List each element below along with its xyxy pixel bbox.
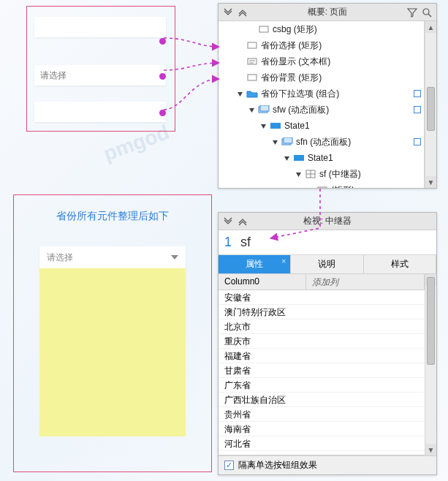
tree-label: 省份背景 (矩形) xyxy=(261,72,322,84)
tree-row[interactable]: sfw (动态面板) xyxy=(219,102,424,118)
scroll-down-icon[interactable]: ▼ xyxy=(425,444,436,455)
outline-tree[interactable]: csbg (矩形)省份选择 (矩形)省份显示 (文本框)省份背景 (矩形)省份下… xyxy=(219,21,425,188)
selection-indicator-icon[interactable] xyxy=(414,138,421,145)
tree-toggle-icon xyxy=(236,42,243,49)
tree-row[interactable]: sfn (动态面板) xyxy=(219,134,424,150)
tree-row[interactable]: 省份背景 (矩形) xyxy=(219,69,424,86)
state-icon xyxy=(270,121,281,131)
outline-header: 概要: 页面 xyxy=(219,4,436,21)
connector-dot xyxy=(160,74,165,79)
tab-style[interactable]: 样式 xyxy=(364,255,436,273)
repeater-row[interactable]: 福建省 xyxy=(219,349,425,363)
repeater-row[interactable]: 安徽省 xyxy=(219,290,425,305)
province-select[interactable]: 请选择 xyxy=(39,246,186,268)
scroll-up-icon[interactable]: ▲ xyxy=(425,21,436,33)
tree-label: sfw (动态面板) xyxy=(273,104,329,116)
tree-toggle-icon xyxy=(236,58,243,65)
rect-icon xyxy=(246,40,258,50)
repeater-row[interactable]: 北京市 xyxy=(219,319,425,334)
tree-toggle-icon[interactable] xyxy=(248,106,255,113)
selection-indicator-icon[interactable] xyxy=(414,90,421,97)
tab-label: 说明 xyxy=(318,258,335,270)
inspector-name-row: 1 sf xyxy=(219,230,436,255)
tree-row[interactable]: State1 xyxy=(219,118,424,134)
repeater-name[interactable]: sf xyxy=(240,235,251,250)
expand-icon[interactable] xyxy=(238,216,248,227)
tree-row[interactable]: (矩形) xyxy=(219,182,424,188)
tree-row[interactable]: 省份显示 (文本框) xyxy=(219,53,424,69)
tree-row[interactable]: csbg (矩形) xyxy=(219,21,424,37)
filter-icon[interactable] xyxy=(407,7,417,18)
tree-toggle-icon[interactable] xyxy=(236,90,243,97)
search-icon[interactable] xyxy=(422,7,432,18)
scroll-thumb[interactable] xyxy=(427,277,435,365)
column-header[interactable]: Column0 xyxy=(219,274,306,289)
tree-toggle-icon[interactable] xyxy=(259,122,267,129)
tree-toggle-icon[interactable] xyxy=(271,138,278,145)
scroll-down-icon[interactable]: ▼ xyxy=(425,176,436,188)
demo-select-rect[interactable] xyxy=(34,17,166,37)
tab-properties[interactable]: 属性 × xyxy=(219,255,291,273)
tree-row[interactable]: 省份选择 (矩形) xyxy=(219,37,424,53)
add-column[interactable]: 添加列 xyxy=(306,274,425,289)
svg-rect-12 xyxy=(284,137,292,143)
tree-toggle-icon xyxy=(248,26,255,33)
outline-scrollbar[interactable]: ▲ ▼ xyxy=(425,21,436,188)
svg-line-1 xyxy=(428,14,431,17)
connector-dot xyxy=(160,110,165,115)
outline-title: 概要: 页面 xyxy=(308,6,348,18)
svg-point-0 xyxy=(423,9,429,15)
svg-rect-3 xyxy=(248,42,257,48)
repeater-row[interactable]: 澳门特别行政区 xyxy=(219,305,425,319)
repeater-row[interactable]: 重庆市 xyxy=(219,334,425,349)
repeater-row[interactable]: 广东省 xyxy=(219,378,425,393)
close-icon[interactable]: × xyxy=(281,257,286,265)
repeater-grid-body[interactable]: 安徽省澳门特别行政区北京市重庆市福建省甘肃省广东省广西壮族自治区贵州省海南省河北… xyxy=(219,290,425,455)
dyn-icon xyxy=(281,137,293,147)
inspector-panel: 检视: 中继器 1 sf 属性 × 说明 样式 Column0 添加列 安徽省澳… xyxy=(218,212,437,475)
tab-label: 属性 xyxy=(246,258,263,270)
svg-rect-13 xyxy=(294,155,304,161)
text-icon xyxy=(246,56,258,67)
state-icon xyxy=(293,153,305,163)
tree-toggle-icon[interactable] xyxy=(295,170,302,178)
rep-icon xyxy=(305,169,316,179)
repeater-row[interactable]: 海南省 xyxy=(219,422,425,436)
dropdown-panel[interactable] xyxy=(39,268,186,436)
repeater-grid-header: Column0 添加列 xyxy=(219,274,425,290)
tab-notes[interactable]: 说明 xyxy=(291,255,363,273)
svg-rect-2 xyxy=(259,26,268,32)
tab-label: 样式 xyxy=(391,258,409,270)
tree-row[interactable]: sf (中继器) xyxy=(219,166,424,182)
repeater-row[interactable]: 甘肃省 xyxy=(219,363,425,378)
collapse-icon[interactable] xyxy=(223,7,233,18)
repeater-row[interactable]: 广西壮族自治区 xyxy=(219,393,425,407)
svg-rect-10 xyxy=(270,123,281,129)
inspector-scrollbar[interactable]: ▲ ▼ xyxy=(425,274,436,455)
tree-row[interactable]: State1 xyxy=(219,150,424,166)
tree-label: 省份下拉选项 (组合) xyxy=(261,88,339,100)
lower-demo-title: 省份所有元件整理后如下 xyxy=(14,210,211,223)
isolate-radio-option[interactable]: ✓ 隔离单选按钮组效果 xyxy=(219,455,436,474)
checkbox-icon[interactable]: ✓ xyxy=(224,461,234,470)
svg-rect-7 xyxy=(248,75,257,80)
repeater-index: 1 xyxy=(224,235,232,250)
collapse-icon[interactable] xyxy=(223,216,233,227)
tree-label: State1 xyxy=(284,121,310,131)
tree-toggle-icon xyxy=(306,186,314,188)
inspector-header: 检视: 中继器 xyxy=(219,213,436,230)
repeater-row[interactable]: 贵州省 xyxy=(219,407,425,422)
tree-label: 省份显示 (文本框) xyxy=(261,56,330,68)
selection-indicator-icon[interactable] xyxy=(414,106,421,113)
upper-demo-box: 请选择 xyxy=(26,6,175,132)
expand-icon[interactable] xyxy=(238,7,248,18)
repeater-row[interactable]: 河北省 xyxy=(219,436,425,451)
tree-row[interactable]: 省份下拉选项 (组合) xyxy=(219,86,424,102)
tree-toggle-icon xyxy=(236,74,243,81)
scroll-thumb[interactable] xyxy=(427,87,435,131)
demo-bg-rect[interactable] xyxy=(34,102,166,122)
tree-toggle-icon[interactable] xyxy=(283,154,290,162)
demo-display-text[interactable]: 请选择 xyxy=(34,65,166,86)
folder-icon xyxy=(246,88,258,99)
svg-rect-17 xyxy=(318,187,327,188)
